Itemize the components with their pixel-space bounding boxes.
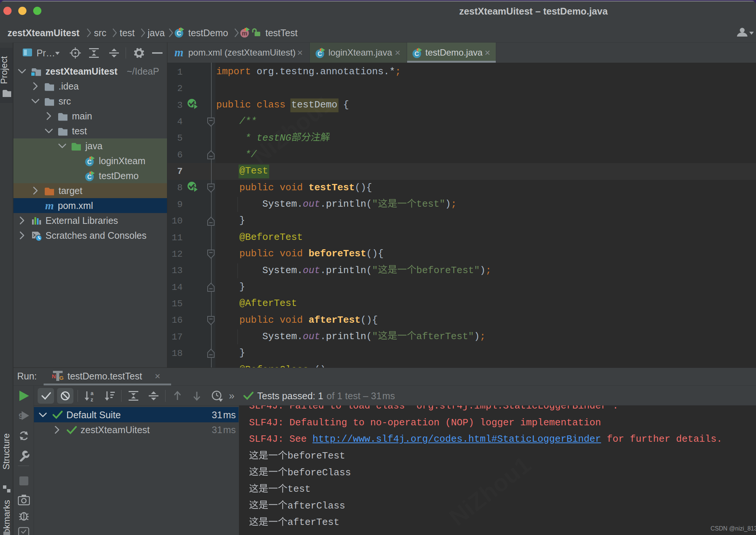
svg-text:G: G xyxy=(59,375,64,381)
svg-text:a: a xyxy=(91,390,94,396)
svg-text:m: m xyxy=(45,200,54,212)
svg-text:N: N xyxy=(52,373,56,379)
svg-text:z: z xyxy=(91,397,93,402)
svg-text:m: m xyxy=(174,47,183,59)
svg-text:9: 9 xyxy=(19,412,23,421)
